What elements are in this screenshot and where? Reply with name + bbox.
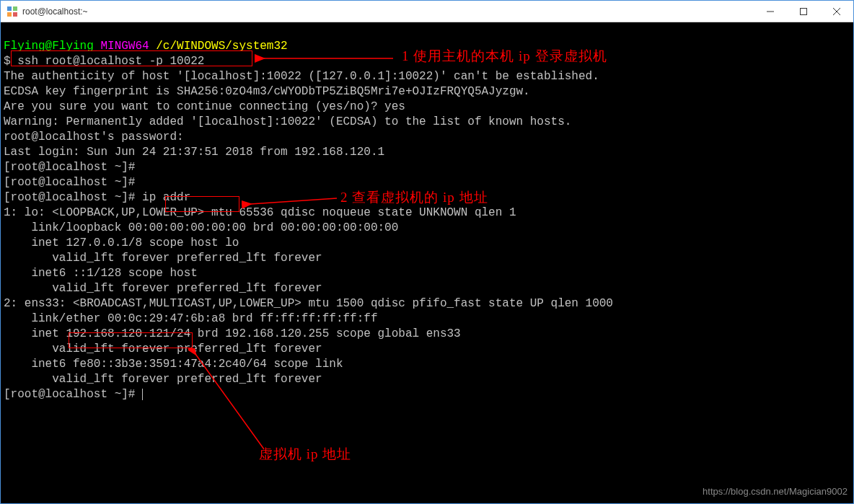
minimize-button[interactable] <box>754 1 787 22</box>
terminal-line: 2: ens33: <BROADCAST,MULTICAST,UP,LOWER_… <box>4 297 613 310</box>
terminal-line: The authenticity of host '[localhost]:10… <box>4 70 599 83</box>
terminal-line: [root@localhost ~]# <box>4 388 143 401</box>
svg-rect-2 <box>7 12 12 17</box>
terminal-line: link/loopback 00:00:00:00:00:00 brd 00:0… <box>4 221 398 234</box>
cursor-icon <box>142 389 143 400</box>
terminal-line: valid_lft forever preferred_lft forever <box>4 342 322 355</box>
terminal-line: root@localhost's password: <box>4 131 184 143</box>
terminal-area[interactable]: Flying@Flying MINGW64 /c/WINDOWS/system3… <box>1 22 853 503</box>
svg-rect-0 <box>7 6 12 11</box>
terminal-line: valid_lft forever preferred_lft forever <box>4 252 322 265</box>
window-frame: root@localhost:~ Flying@Flying MINGW64 /… <box>0 0 854 504</box>
terminal-line: valid_lft forever preferred_lft forever <box>4 282 322 295</box>
app-icon <box>6 6 18 17</box>
prompt-end: [root@localhost ~]# <box>4 388 142 401</box>
prompt-sys: MINGW64 <box>100 40 156 53</box>
prompt-cwd: /c/WINDOWS/system32 <box>156 40 287 53</box>
svg-rect-3 <box>13 12 17 17</box>
terminal-line: [root@localhost ~]# ip addr <box>4 191 190 204</box>
window-title: root@localhost:~ <box>22 6 88 17</box>
annotation-text-1: 1 使用主机的本机 ip 登录虚拟机 <box>402 48 607 63</box>
terminal-line: ECDSA key fingerprint is SHA256:0zO4m3/c… <box>4 85 530 98</box>
prompt-dollar: $ <box>4 55 17 68</box>
terminal-line: [root@localhost ~]# <box>4 161 135 174</box>
terminal-line: Are you sure you want to continue connec… <box>4 100 405 113</box>
annotation-text-2: 2 查看虚拟机的 ip 地址 <box>340 190 488 205</box>
terminal-line: 1: lo: <LOOPBACK,UP,LOWER_UP> mtu 65536 … <box>4 206 516 219</box>
terminal-line: $ ssh root@localhost -p 10022 <box>4 55 204 68</box>
terminal-line: Last login: Sun Jun 24 21:37:51 2018 fro… <box>4 146 384 159</box>
terminal-line: Warning: Permanently added '[localhost]:… <box>4 115 571 128</box>
svg-line-8 <box>250 198 337 204</box>
terminal-line: inet6 ::1/128 scope host <box>4 267 198 280</box>
titlebar[interactable]: root@localhost:~ <box>1 1 853 22</box>
arrow-icon <box>239 187 340 208</box>
terminal-line: inet 127.0.0.1/8 scope host lo <box>4 236 239 249</box>
terminal-line: inet 192.168.120.121/24 brd 192.168.120.… <box>4 327 461 340</box>
arrow-icon <box>252 50 397 71</box>
prompt-user: Flying@Flying <box>4 40 100 53</box>
terminal-line: link/ether 00:0c:29:47:6b:a8 brd ff:ff:f… <box>4 312 377 325</box>
terminal-line: inet6 fe80::3b3e:3591:47a4:2c40/64 scope… <box>4 358 343 371</box>
watermark: https://blog.csdn.net/Magician9002 <box>703 484 848 499</box>
maximize-button[interactable] <box>787 1 820 22</box>
svg-rect-1 <box>13 6 17 11</box>
terminal-line: [root@localhost ~]# <box>4 176 135 189</box>
terminal-line: valid_lft forever preferred_lft forever <box>4 373 322 386</box>
svg-rect-4 <box>801 8 807 14</box>
close-button[interactable] <box>820 1 853 22</box>
ssh-command: ssh root@localhost -p 10022 <box>17 55 204 68</box>
terminal-line: Flying@Flying MINGW64 /c/WINDOWS/system3… <box>4 40 288 53</box>
annotation-text-3: 虚拟机 ip 地址 <box>259 446 351 461</box>
